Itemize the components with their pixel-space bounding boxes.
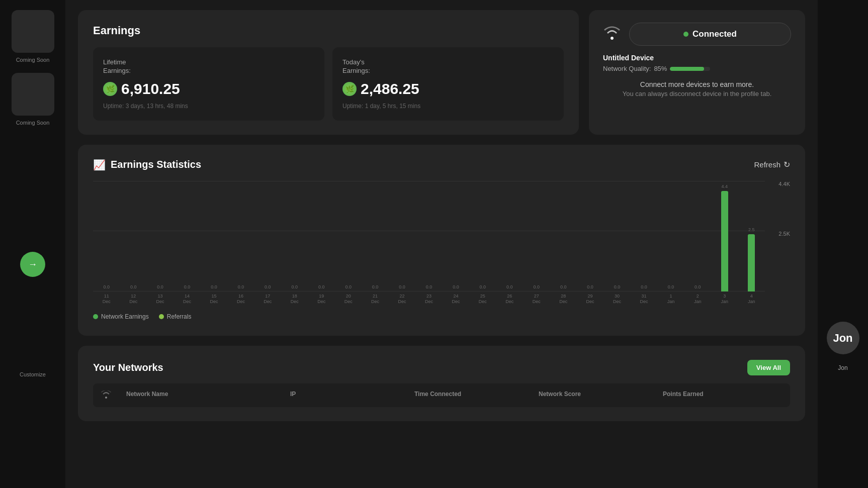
bar-group-5: 0.0 xyxy=(227,191,254,291)
networks-title: Your Networks xyxy=(93,362,163,373)
x-label-12: 23Dec xyxy=(415,294,442,305)
customize-label: Customize xyxy=(20,371,46,377)
x-label-20: 31Dec xyxy=(631,294,657,305)
x-label-18: 29Dec xyxy=(577,294,603,305)
disconnect-hint-text: You can always disconnect device in the … xyxy=(623,90,772,97)
x-label-5: 16Dec xyxy=(227,294,254,305)
x-label-0: 11Dec xyxy=(93,294,120,305)
bar-value-7: 0.0 xyxy=(292,284,298,289)
main-content: Earnings LifetimeEarnings: 🌿 6,910.25 Up… xyxy=(65,0,818,488)
avatar-name: Jon xyxy=(838,364,847,371)
bar-value-6: 0.0 xyxy=(265,284,271,289)
connected-dot xyxy=(683,32,688,37)
bar-group-4: 0.0 xyxy=(201,191,227,291)
stats-header: 📈 Earnings Statistics Refresh ↻ xyxy=(93,159,790,171)
x-label-23: 3Jan xyxy=(711,294,738,305)
legend-referrals: Referrals xyxy=(159,313,192,320)
bar-group-10: 0.0 xyxy=(362,191,388,291)
chart-container: 4.4K 2.5K 0.00.00.00.00.00.00.00.00.00.0… xyxy=(93,181,790,322)
bar-value-15: 0.0 xyxy=(506,284,513,289)
sidebar-action-button[interactable]: → xyxy=(20,252,45,277)
bar-value-10: 0.0 xyxy=(372,284,379,289)
refresh-button[interactable]: Refresh ↻ xyxy=(754,160,790,169)
connection-header: Connected xyxy=(603,23,791,46)
x-label-10: 21Dec xyxy=(362,294,388,305)
x-label-14: 25Dec xyxy=(469,294,496,305)
col-time-header: Time Connected xyxy=(414,391,534,400)
bar-value-18: 0.0 xyxy=(587,284,593,289)
bar-value-4: 0.0 xyxy=(211,284,217,289)
earnings-card: Earnings LifetimeEarnings: 🌿 6,910.25 Up… xyxy=(78,10,579,135)
lifetime-label: LifetimeEarnings: xyxy=(103,58,314,75)
sidebar-card-1 xyxy=(12,10,54,53)
sidebar-coming-soon-2: Coming Soon xyxy=(16,120,50,126)
col-points-header: Points Earned xyxy=(663,391,782,400)
legend: Network Earnings Referrals xyxy=(93,313,790,320)
earnings-statistics-card: 📈 Earnings Statistics Refresh ↻ 4.4K 2.5… xyxy=(78,145,805,336)
connected-text: Connected xyxy=(692,29,737,39)
bar-value-0: 0.0 xyxy=(103,284,110,289)
legend-network-label: Network Earnings xyxy=(101,313,149,320)
bar-group-16: 0.0 xyxy=(523,191,550,291)
bar-24 xyxy=(748,234,755,291)
user-avatar[interactable]: Jon xyxy=(827,322,859,354)
bar-group-20: 0.0 xyxy=(631,191,657,291)
bar-group-18: 0.0 xyxy=(577,191,603,291)
bar-group-12: 0.0 xyxy=(415,191,442,291)
refresh-label: Refresh xyxy=(754,160,780,169)
bar-value-21: 0.0 xyxy=(668,284,674,289)
wifi-icon xyxy=(603,25,621,44)
bar-value-20: 0.0 xyxy=(641,284,647,289)
connection-card: Connected Untitled Device Network Qualit… xyxy=(589,10,805,135)
arrow-icon: → xyxy=(28,259,37,270)
x-label-21: 1Jan xyxy=(657,294,684,305)
bar-group-9: 0.0 xyxy=(335,191,362,291)
bar-23 xyxy=(721,191,728,291)
bar-value-2: 0.0 xyxy=(157,284,163,289)
today-earnings-box: Today'sEarnings: 🌿 2,486.25 Uptime: 1 da… xyxy=(332,47,564,121)
x-label-19: 30Dec xyxy=(603,294,630,305)
bar-group-6: 0.0 xyxy=(254,191,281,291)
lifetime-value-row: 🌿 6,910.25 xyxy=(103,80,314,97)
bar-value-12: 0.0 xyxy=(426,284,432,289)
connected-button[interactable]: Connected xyxy=(629,23,791,46)
bar-group-14: 0.0 xyxy=(469,191,496,291)
x-label-4: 15Dec xyxy=(201,294,227,305)
today-uptime: Uptime: 1 day, 5 hrs, 15 mins xyxy=(342,103,554,110)
lifetime-uptime: Uptime: 3 days, 13 hrs, 48 mins xyxy=(103,103,314,110)
legend-referrals-label: Referrals xyxy=(167,313,192,320)
x-label-16: 27Dec xyxy=(523,294,550,305)
bar-value-1: 0.0 xyxy=(130,284,137,289)
bar-value-19: 0.0 xyxy=(614,284,621,289)
bar-group-17: 0.0 xyxy=(550,191,576,291)
bar-group-0: 0.0 xyxy=(93,191,120,291)
x-label-24: 4Jan xyxy=(738,294,765,305)
stats-title-row: 📈 Earnings Statistics xyxy=(93,159,201,171)
grid-line-top xyxy=(93,181,765,181)
bar-group-7: 0.0 xyxy=(281,191,308,291)
bar-group-2: 0.0 xyxy=(147,191,173,291)
bar-value-8: 0.0 xyxy=(318,284,325,289)
bar-value-22: 0.0 xyxy=(695,284,701,289)
x-label-15: 26Dec xyxy=(496,294,523,305)
bar-value-16: 0.0 xyxy=(533,284,540,289)
bar-group-24: 2.5 xyxy=(738,191,765,291)
networks-table-header: Network Name IP Time Connected Network S… xyxy=(93,383,790,407)
bar-group-19: 0.0 xyxy=(603,191,630,291)
earnings-stats: LifetimeEarnings: 🌿 6,910.25 Uptime: 3 d… xyxy=(93,47,564,121)
bar-group-13: 0.0 xyxy=(443,191,469,291)
lifetime-amount: 6,910.25 xyxy=(121,80,180,97)
view-all-button[interactable]: View All xyxy=(747,360,790,375)
chart-inner: 4.4K 2.5K 0.00.00.00.00.00.00.00.00.00.0… xyxy=(93,181,790,291)
y-label-high: 4.4K xyxy=(778,181,790,187)
x-label-22: 2Jan xyxy=(684,294,711,305)
today-amount: 2,486.25 xyxy=(361,80,419,97)
x-label-11: 22Dec xyxy=(389,294,415,305)
bar-value-13: 0.0 xyxy=(453,284,459,289)
col-name-header: Network Name xyxy=(126,391,285,400)
app-container: Coming Soon Coming Soon Customize → Earn… xyxy=(0,0,868,488)
device-name: Untitled Device xyxy=(603,54,791,62)
connect-more-section: Connect more devices to earn more. You c… xyxy=(603,80,791,97)
network-quality-value: 85% xyxy=(654,65,667,72)
x-label-8: 19Dec xyxy=(308,294,335,305)
